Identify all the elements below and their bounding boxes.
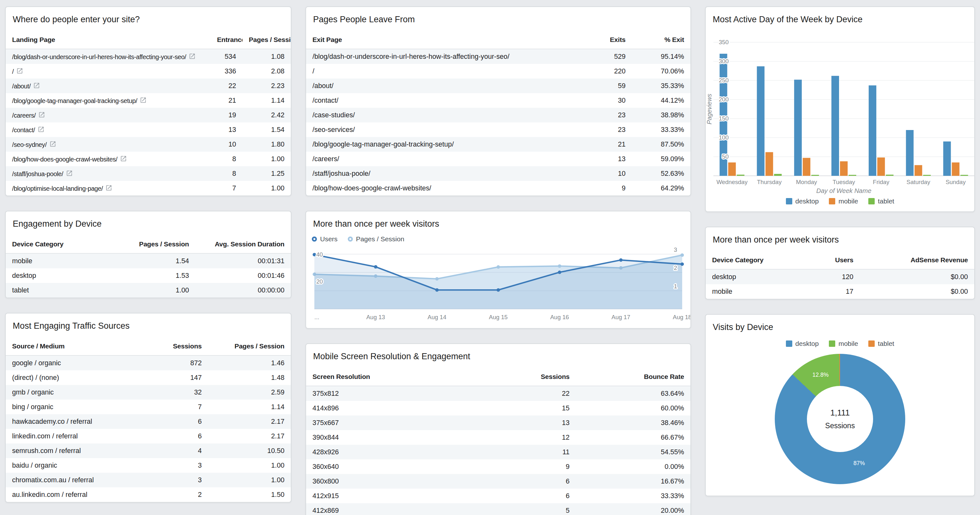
weekly-visitors-table: Device CategoryUsersAdSense Revenuedeskt…: [706, 251, 974, 299]
bar-mobile[interactable]: [840, 161, 848, 176]
data-point[interactable]: [435, 288, 439, 292]
external-link-icon[interactable]: [38, 111, 45, 118]
column-header[interactable]: Pages / Session: [242, 31, 291, 49]
data-point[interactable]: [435, 277, 439, 281]
table-cell: 1.00: [242, 152, 291, 166]
column-header[interactable]: Sessions: [157, 337, 208, 355]
bar-desktop[interactable]: [757, 67, 765, 176]
column-header[interactable]: Pages / Session: [113, 235, 196, 254]
table-row: 428x9261154.55%: [306, 445, 690, 460]
bar-mobile[interactable]: [765, 152, 773, 176]
legend-item-pages-session[interactable]: Pages / Session: [348, 235, 404, 243]
table-cell: 66.67%: [576, 430, 690, 445]
column-header[interactable]: Exit Page: [306, 31, 574, 49]
legend-item-mobile[interactable]: mobile: [829, 197, 858, 205]
bar-tablet[interactable]: [849, 175, 856, 176]
bar-desktop[interactable]: [831, 76, 839, 176]
column-header[interactable]: Device Category: [6, 235, 113, 254]
cell-text: 35.33%: [661, 82, 684, 90]
bar-tablet[interactable]: [811, 175, 819, 176]
external-link-icon[interactable]: [33, 82, 40, 89]
cell-text: /seo-sydney/: [12, 141, 47, 148]
data-point[interactable]: [374, 265, 377, 269]
data-point[interactable]: [558, 271, 561, 274]
column-header[interactable]: Exits: [574, 31, 632, 49]
table-cell: 33.33%: [576, 489, 690, 503]
legend-item-desktop[interactable]: desktop: [786, 197, 819, 205]
bar-tablet[interactable]: [774, 174, 782, 176]
column-header[interactable]: Entrances: [211, 31, 242, 49]
data-point[interactable]: [558, 264, 561, 268]
x-tick-label: Aug 13: [366, 314, 385, 320]
external-link-icon[interactable]: [189, 53, 196, 60]
column-header[interactable]: Landing Page: [6, 31, 211, 49]
data-point[interactable]: [497, 265, 500, 269]
legend-item-tablet[interactable]: tablet: [868, 340, 894, 347]
column-header[interactable]: Pages / Session: [208, 337, 291, 355]
data-point[interactable]: [313, 253, 316, 256]
external-link-icon[interactable]: [105, 184, 112, 192]
cell-text: 32: [194, 388, 202, 396]
table-cell: /blog/optimise-local-landing-page/: [6, 181, 211, 195]
table-cell: 414x896: [306, 401, 500, 415]
bar-mobile[interactable]: [728, 162, 736, 176]
bar-desktop[interactable]: [869, 86, 876, 176]
external-link-icon[interactable]: [66, 170, 73, 177]
bar-tablet[interactable]: [737, 174, 745, 176]
legend-item-users[interactable]: Users: [312, 235, 337, 243]
column-header[interactable]: AdSense Revenue: [860, 251, 974, 269]
external-link-icon[interactable]: [16, 67, 23, 74]
card-title: Where do people enter your site?: [6, 7, 291, 31]
data-point[interactable]: [681, 262, 684, 266]
external-link-icon[interactable]: [38, 126, 45, 133]
column-header[interactable]: Screen Resolution: [306, 368, 500, 386]
bar-desktop[interactable]: [794, 80, 802, 176]
external-link-icon[interactable]: [140, 97, 147, 104]
table-row: mobile17$0.00: [706, 284, 974, 299]
cell-text: 20.00%: [661, 506, 684, 514]
right-tick-label: 3: [674, 246, 677, 253]
legend-item-mobile[interactable]: mobile: [829, 340, 858, 347]
legend-item-tablet[interactable]: tablet: [868, 197, 894, 205]
column-header[interactable]: Sessions: [500, 368, 576, 386]
table-cell: 23: [574, 122, 632, 137]
column-header[interactable]: Bounce Rate: [576, 368, 690, 386]
bar-tablet[interactable]: [886, 174, 894, 176]
table-cell: google / organic: [6, 355, 157, 370]
legend-item-desktop[interactable]: desktop: [786, 340, 819, 347]
column-header[interactable]: Device Category: [706, 251, 790, 269]
external-link-icon[interactable]: [49, 141, 56, 147]
data-point[interactable]: [619, 258, 623, 262]
table-cell: 13: [574, 152, 632, 166]
column-header[interactable]: Avg. Session Duration: [196, 235, 291, 254]
bar-tablet[interactable]: [923, 175, 931, 176]
bar-mobile[interactable]: [915, 165, 922, 176]
card-title: Visits by Device: [706, 315, 974, 339]
cell-text: /blog/optimise-local-landing-page/: [12, 185, 103, 192]
column-header[interactable]: Users: [790, 251, 860, 269]
external-link-icon[interactable]: [120, 155, 127, 162]
bar-tablet[interactable]: [960, 175, 968, 176]
cell-text: 7: [232, 184, 236, 192]
y-tick-label: 100: [719, 134, 729, 141]
table-row: hawkacademy.co / referral62.17: [6, 414, 291, 429]
column-header[interactable]: Source / Medium: [6, 337, 157, 355]
table-cell: 1.14: [242, 93, 291, 108]
data-point[interactable]: [681, 254, 684, 257]
bar-mobile[interactable]: [803, 158, 810, 176]
table-row: /staff/joshua-poole/1052.63%: [306, 166, 690, 181]
bar-mobile[interactable]: [877, 157, 885, 176]
cell-text: 872: [190, 359, 202, 367]
bar-desktop[interactable]: [906, 130, 913, 176]
bar-mobile[interactable]: [952, 162, 959, 176]
bar-desktop[interactable]: [943, 141, 951, 176]
table-cell: 2.23: [242, 79, 291, 93]
table-cell: 412x915: [306, 489, 500, 503]
column-header[interactable]: % Exit: [632, 31, 690, 49]
data-point[interactable]: [497, 288, 500, 292]
card-weekly-visitors-chart: More than once per week visitors UsersPa…: [305, 211, 691, 329]
table-row: (direct) / (none)1471.48: [6, 370, 291, 385]
cell-text: 13: [618, 155, 625, 163]
table-cell: 00:01:31: [196, 254, 291, 268]
donut-total-label: Sessions: [825, 422, 854, 430]
